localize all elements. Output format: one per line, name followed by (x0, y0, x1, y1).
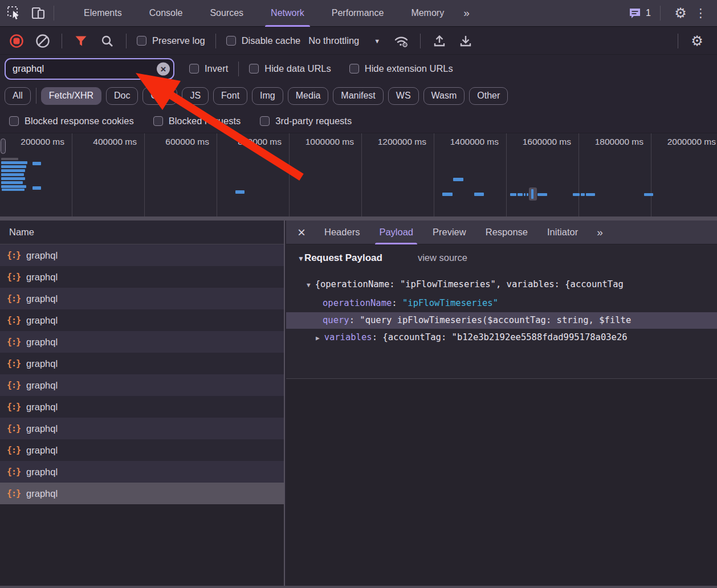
tab-console[interactable]: Console (136, 0, 197, 27)
waterfall-bar (537, 193, 547, 196)
settings-button[interactable]: ⚙ (671, 3, 690, 23)
inspect-element-button[interactable] (5, 3, 24, 23)
more-tabs-button[interactable]: » (458, 7, 474, 19)
payload-section: ▼Request Payloadview source ▼{operationN… (286, 244, 717, 379)
network-overview-timeline[interactable]: 200000 ms400000 ms600000 ms800000 ms1000… (0, 133, 717, 217)
search-icon (100, 34, 114, 48)
clear-icon (35, 34, 50, 48)
details-tab-initiator[interactable]: Initiator (537, 220, 588, 244)
import-har-button[interactable] (430, 31, 449, 51)
name-column-header[interactable]: Name (0, 220, 284, 244)
chip-label: Media (296, 91, 321, 101)
request-row[interactable]: {:}graphql (0, 309, 284, 331)
search-button[interactable] (97, 31, 117, 51)
tab-elements[interactable]: Elements (70, 0, 136, 27)
blocked-response-cookies-checkbox[interactable]: Blocked response cookies (9, 116, 134, 126)
request-row[interactable]: {:}graphql (0, 331, 284, 353)
request-payload-title: Request Payload (304, 252, 382, 263)
third-party-requests-checkbox[interactable]: 3rd-party requests (260, 116, 352, 126)
filter-toggle-button[interactable] (71, 31, 91, 51)
details-tab-payload[interactable]: Payload (369, 220, 423, 244)
request-row[interactable]: {:}graphql (0, 483, 284, 504)
chip-media[interactable]: Media (288, 87, 329, 105)
chip-img[interactable]: Img (252, 87, 283, 105)
payload-summary-line[interactable]: ▼{operationName: "ipFlowTimeseries", var… (286, 276, 717, 293)
issues-count[interactable]: 1 (646, 8, 651, 18)
waterfall-bar (586, 193, 595, 196)
clear-filter-icon[interactable]: × (157, 62, 170, 75)
request-row[interactable]: {:}graphql (0, 418, 284, 439)
chip-css[interactable]: CSS (142, 87, 177, 105)
details-tab-response[interactable]: Response (476, 220, 537, 244)
request-payload-header: ▼Request Payloadview source (286, 252, 717, 270)
payload-row-variables[interactable]: ▶variables: {accountTag: "b12e3b2192ee55… (286, 329, 717, 346)
chip-all[interactable]: All (5, 87, 31, 105)
expanded-triangle-icon[interactable]: ▼ (307, 281, 311, 289)
tab-performance[interactable]: Performance (318, 0, 398, 27)
preserve-log-checkbox[interactable]: Preserve log (137, 35, 205, 46)
details-tab-headers[interactable]: Headers (315, 220, 369, 244)
collapsed-triangle-icon[interactable]: ▶ (316, 334, 320, 342)
chip-font[interactable]: Font (213, 87, 247, 105)
waterfall-bar (527, 193, 528, 196)
network-settings-button[interactable]: ⚙ (687, 31, 707, 51)
divider (54, 6, 54, 21)
fetch-xhr-icon: {:} (7, 272, 21, 282)
payload-row-query[interactable]: query: "query ipFlowTimeseries($accountT… (286, 312, 717, 329)
hide-extension-urls-checkbox[interactable]: Hide extension URLs (349, 63, 453, 74)
throttling-select[interactable]: No throttling ▼ (308, 35, 380, 46)
network-filter-field[interactable]: × (5, 58, 174, 80)
name-column-label: Name (9, 227, 34, 238)
payload-key: variables (324, 332, 372, 342)
request-row[interactable]: {:}graphql (0, 353, 284, 374)
blocked-requests-checkbox[interactable]: Blocked requests (153, 116, 241, 126)
request-row[interactable]: {:}graphql (0, 461, 284, 483)
main-menu-button[interactable]: ⋮ (690, 6, 711, 20)
request-row[interactable]: {:}graphql (0, 396, 284, 418)
payload-row-operation[interactable]: operationName: "ipFlowTimeseries" (286, 295, 717, 312)
issues-message-icon[interactable] (628, 6, 642, 20)
timeline-scroll-handle[interactable] (1, 138, 6, 154)
chip-fetchxhr[interactable]: Fetch/XHR (41, 87, 101, 105)
details-tabbar: × HeadersPayloadPreviewResponseInitiator… (286, 220, 717, 244)
tab-network[interactable]: Network (257, 0, 318, 27)
disable-cache-label: Disable cache (242, 35, 301, 46)
clear-network-log-button[interactable] (33, 31, 52, 51)
request-row[interactable]: {:}graphql (0, 266, 284, 288)
request-row[interactable]: {:}graphql (0, 244, 284, 266)
chip-js[interactable]: JS (182, 87, 209, 105)
network-conditions-icon (393, 34, 409, 48)
timeline-tick-label: 1600000 ms (523, 137, 571, 147)
close-details-button[interactable]: × (286, 226, 315, 239)
export-har-button[interactable] (456, 31, 475, 51)
network-conditions-button[interactable] (392, 31, 411, 51)
tab-memory[interactable]: Memory (397, 0, 458, 27)
bottom-scrollbar-track[interactable] (0, 586, 717, 588)
fetch-xhr-icon: {:} (7, 250, 21, 260)
details-tab-preview[interactable]: Preview (423, 220, 476, 244)
filter-text-input[interactable] (6, 63, 173, 74)
request-details-panel: × HeadersPayloadPreviewResponseInitiator… (286, 220, 717, 588)
chip-other[interactable]: Other (469, 87, 508, 105)
chip-ws[interactable]: WS (388, 87, 419, 105)
request-row[interactable]: {:}graphql (0, 288, 284, 309)
view-source-link[interactable]: view source (418, 252, 467, 263)
collapse-triangle-icon[interactable]: ▼ (298, 255, 304, 263)
disable-cache-checkbox[interactable]: Disable cache (226, 35, 301, 46)
chip-doc[interactable]: Doc (106, 87, 138, 105)
request-row[interactable]: {:}graphql (0, 439, 284, 461)
requests-panel: Name {:}graphql{:}graphql{:}graphql{:}gr… (0, 220, 285, 588)
chip-wasm[interactable]: Wasm (423, 87, 465, 105)
hide-data-urls-checkbox[interactable]: Hide data URLs (249, 63, 331, 74)
chip-manifest[interactable]: Manifest (333, 87, 383, 105)
device-toolbar-button[interactable] (28, 3, 48, 23)
invert-checkbox[interactable]: Invert (189, 63, 228, 74)
timeline-tick-label: 2000000 ms (667, 137, 716, 147)
request-name: graphql (26, 293, 58, 304)
more-details-tabs-button[interactable]: » (591, 226, 608, 239)
request-row[interactable]: {:}graphql (0, 374, 284, 396)
invert-label: Invert (205, 63, 228, 74)
tab-sources[interactable]: Sources (196, 0, 257, 27)
waterfall-bar (235, 190, 245, 194)
record-network-log-button[interactable] (7, 31, 26, 51)
